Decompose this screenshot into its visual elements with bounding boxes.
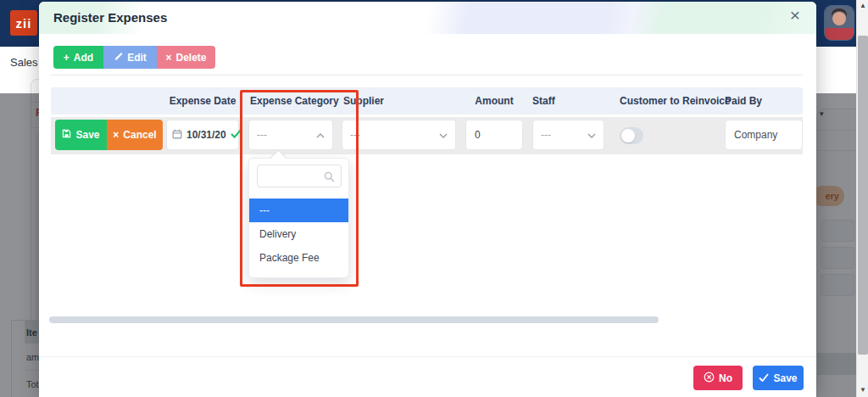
supplier-select[interactable]: --- [342, 120, 456, 150]
column-header-amount: Amount [465, 87, 523, 115]
register-expenses-modal: Register Expenses × + Add Edit × Delete … [39, 2, 816, 397]
search-icon [324, 171, 335, 186]
customer-to-reinvoice-toggle[interactable] [620, 127, 643, 144]
circle-x-icon [704, 372, 715, 385]
row-cancel-label: Cancel [123, 129, 156, 141]
row-save-button[interactable]: Save [55, 120, 107, 150]
footer-save-label: Save [773, 372, 797, 384]
column-header-staff: Staff [532, 87, 555, 115]
table-row: Save × Cancel 10/31/20 --- --- 0 [51, 117, 803, 154]
dropdown-option[interactable]: Package Fee [249, 246, 348, 270]
expense-date-input[interactable]: 10/31/20 [166, 120, 239, 150]
dropdown-option[interactable]: --- [249, 198, 348, 222]
dropdown-options: --- Delivery Package Fee [249, 198, 348, 270]
column-header-expense-category: Expense Category [250, 87, 339, 115]
scroll-down-icon[interactable]: ▼ [857, 386, 868, 394]
divider [51, 75, 803, 75]
footer-save-button[interactable]: Save [753, 366, 804, 390]
close-icon[interactable]: × [784, 4, 806, 26]
check-icon [759, 372, 769, 384]
column-header-expense-date: Expense Date [166, 87, 239, 115]
valid-check-icon [231, 129, 242, 141]
paid-by-value: Company [734, 129, 777, 141]
amount-value: 0 [475, 129, 481, 141]
chevron-down-icon [587, 129, 596, 141]
chevron-down-icon [439, 129, 448, 141]
app-logo: zii [10, 10, 37, 36]
plus-icon: + [64, 52, 70, 64]
row-save-label: Save [75, 129, 99, 141]
row-cancel-button[interactable]: × Cancel [107, 120, 163, 150]
add-button[interactable]: + Add [53, 46, 103, 69]
modal-header: Register Expenses × [39, 2, 816, 34]
table-header-row: Expense Date Expense Category Supplier A… [51, 87, 803, 115]
x-icon: × [113, 129, 119, 141]
staff-value: --- [541, 129, 551, 141]
supplier-value: --- [350, 129, 360, 141]
pencil-icon [114, 52, 123, 64]
vertical-scrollbar-thumb[interactable] [858, 36, 868, 355]
column-header-customer-to-reinvoice: Customer to Reinvoice [620, 87, 731, 115]
delete-button[interactable]: × Delete [157, 46, 215, 69]
avatar-image [825, 6, 854, 40]
expense-category-value: --- [257, 129, 267, 141]
floppy-icon [62, 129, 71, 141]
avatar[interactable] [825, 6, 854, 40]
no-button-label: No [719, 372, 732, 384]
dropdown-option[interactable]: Delivery [249, 222, 348, 246]
amount-input[interactable]: 0 [465, 120, 523, 150]
toolbar: + Add Edit × Delete [53, 46, 215, 69]
divider [39, 356, 816, 357]
chevron-up-icon [316, 129, 325, 141]
edit-button-label: Edit [127, 52, 147, 64]
delete-button-label: Delete [175, 52, 206, 64]
vertical-scrollbar[interactable]: ▲ ▼ [856, 0, 868, 397]
nav-item-sales: Sales [10, 56, 38, 69]
scroll-up-icon[interactable]: ▲ [857, 2, 868, 9]
x-icon: × [165, 52, 171, 64]
calendar-icon [172, 129, 182, 142]
expense-category-dropdown: --- Delivery Package Fee [248, 158, 349, 278]
add-button-label: Add [74, 52, 93, 64]
screen: zii Sales R Ite am Tot ▾ ery [0, 0, 868, 397]
paid-by-field[interactable]: Company [725, 120, 803, 150]
toggle-knob [621, 129, 635, 143]
horizontal-scrollbar-thumb[interactable] [49, 316, 659, 323]
staff-select[interactable]: --- [532, 120, 604, 150]
expense-date-value: 10/31/20 [186, 129, 226, 141]
column-header-supplier: Supplier [343, 87, 384, 115]
edit-button[interactable]: Edit [103, 46, 157, 69]
modal-title: Register Expenses [53, 2, 167, 34]
column-header-paid-by: Paid By [725, 87, 762, 115]
no-button[interactable]: No [693, 366, 743, 390]
expense-category-select[interactable]: --- [248, 120, 333, 150]
